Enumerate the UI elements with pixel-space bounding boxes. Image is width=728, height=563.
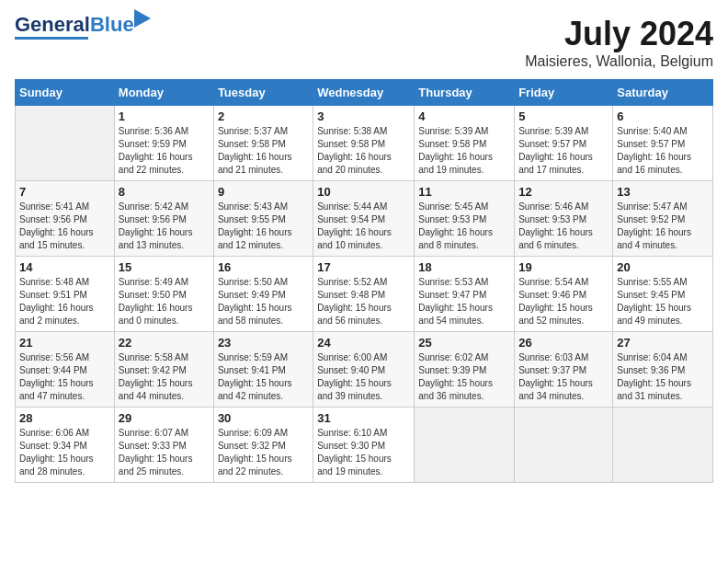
column-header-monday: Monday <box>114 80 213 106</box>
calendar-cell <box>515 408 613 483</box>
title-block: July 2024 Maisieres, Wallonia, Belgium <box>525 15 713 70</box>
day-number: 17 <box>317 260 410 274</box>
calendar-cell: 27Sunrise: 6:04 AM Sunset: 9:36 PM Dayli… <box>613 332 713 408</box>
calendar-cell: 31Sunrise: 6:10 AM Sunset: 9:30 PM Dayli… <box>313 408 415 483</box>
calendar-cell <box>613 408 713 483</box>
day-info: Sunrise: 5:36 AM Sunset: 9:59 PM Dayligh… <box>119 125 210 177</box>
day-number: 10 <box>317 185 410 199</box>
calendar-cell: 21Sunrise: 5:56 AM Sunset: 9:44 PM Dayli… <box>16 332 115 408</box>
calendar-cell: 19Sunrise: 5:54 AM Sunset: 9:46 PM Dayli… <box>515 257 613 332</box>
calendar-cell: 11Sunrise: 5:45 AM Sunset: 9:53 PM Dayli… <box>415 181 515 257</box>
calendar-cell: 23Sunrise: 5:59 AM Sunset: 9:41 PM Dayli… <box>213 332 313 408</box>
day-number: 21 <box>19 336 110 350</box>
calendar-cell: 20Sunrise: 5:55 AM Sunset: 9:45 PM Dayli… <box>613 257 713 332</box>
calendar-cell: 28Sunrise: 6:06 AM Sunset: 9:34 PM Dayli… <box>16 408 115 483</box>
day-info: Sunrise: 5:39 AM Sunset: 9:57 PM Dayligh… <box>518 125 609 177</box>
day-info: Sunrise: 5:55 AM Sunset: 9:45 PM Dayligh… <box>617 276 709 327</box>
day-info: Sunrise: 6:04 AM Sunset: 9:36 PM Dayligh… <box>617 351 709 403</box>
day-number: 30 <box>218 411 309 425</box>
calendar-cell: 24Sunrise: 6:00 AM Sunset: 9:40 PM Dayli… <box>313 332 415 408</box>
calendar-cell: 16Sunrise: 5:50 AM Sunset: 9:49 PM Dayli… <box>213 257 313 332</box>
day-info: Sunrise: 5:47 AM Sunset: 9:52 PM Dayligh… <box>617 201 709 252</box>
calendar-cell: 5Sunrise: 5:39 AM Sunset: 9:57 PM Daylig… <box>515 106 613 181</box>
day-number: 24 <box>317 336 410 350</box>
day-number: 14 <box>19 260 110 274</box>
calendar-cell: 3Sunrise: 5:38 AM Sunset: 9:58 PM Daylig… <box>313 106 415 181</box>
day-info: Sunrise: 5:48 AM Sunset: 9:51 PM Dayligh… <box>19 276 110 327</box>
day-info: Sunrise: 6:00 AM Sunset: 9:40 PM Dayligh… <box>317 351 410 403</box>
day-info: Sunrise: 5:59 AM Sunset: 9:41 PM Dayligh… <box>218 351 309 403</box>
day-info: Sunrise: 6:03 AM Sunset: 9:37 PM Dayligh… <box>518 351 609 403</box>
calendar-cell: 12Sunrise: 5:46 AM Sunset: 9:53 PM Dayli… <box>515 181 613 257</box>
day-number: 5 <box>518 109 609 123</box>
calendar-cell: 18Sunrise: 5:53 AM Sunset: 9:47 PM Dayli… <box>415 257 515 332</box>
day-number: 29 <box>119 411 210 425</box>
calendar-cell: 9Sunrise: 5:43 AM Sunset: 9:55 PM Daylig… <box>213 181 313 257</box>
day-number: 31 <box>317 411 410 425</box>
logo-line <box>15 37 88 40</box>
calendar-cell: 22Sunrise: 5:58 AM Sunset: 9:42 PM Dayli… <box>114 332 213 408</box>
day-number: 15 <box>119 260 210 274</box>
day-number: 23 <box>218 336 309 350</box>
column-header-tuesday: Tuesday <box>213 80 313 106</box>
calendar-cell: 1Sunrise: 5:36 AM Sunset: 9:59 PM Daylig… <box>114 106 213 181</box>
day-info: Sunrise: 5:38 AM Sunset: 9:58 PM Dayligh… <box>317 125 410 177</box>
calendar-title: July 2024 <box>525 15 713 53</box>
day-info: Sunrise: 5:44 AM Sunset: 9:54 PM Dayligh… <box>317 201 410 252</box>
calendar-cell: 13Sunrise: 5:47 AM Sunset: 9:52 PM Dayli… <box>613 181 713 257</box>
calendar-cell: 10Sunrise: 5:44 AM Sunset: 9:54 PM Dayli… <box>313 181 415 257</box>
day-number: 13 <box>617 185 709 199</box>
day-info: Sunrise: 5:54 AM Sunset: 9:46 PM Dayligh… <box>518 276 609 327</box>
day-info: Sunrise: 5:53 AM Sunset: 9:47 PM Dayligh… <box>418 276 510 327</box>
calendar-header-row: SundayMondayTuesdayWednesdayThursdayFrid… <box>16 80 713 106</box>
day-info: Sunrise: 6:07 AM Sunset: 9:33 PM Dayligh… <box>119 427 210 478</box>
calendar-cell: 29Sunrise: 6:07 AM Sunset: 9:33 PM Dayli… <box>114 408 213 483</box>
day-number: 25 <box>418 336 510 350</box>
calendar-week-row: 28Sunrise: 6:06 AM Sunset: 9:34 PM Dayli… <box>16 408 713 483</box>
day-number: 27 <box>617 336 709 350</box>
day-info: Sunrise: 5:42 AM Sunset: 9:56 PM Dayligh… <box>119 201 210 252</box>
day-number: 8 <box>119 185 210 199</box>
logo: GeneralBlue <box>15 15 134 40</box>
column-header-saturday: Saturday <box>613 80 713 106</box>
calendar-cell: 6Sunrise: 5:40 AM Sunset: 9:57 PM Daylig… <box>613 106 713 181</box>
calendar-week-row: 1Sunrise: 5:36 AM Sunset: 9:59 PM Daylig… <box>16 106 713 181</box>
calendar-cell: 8Sunrise: 5:42 AM Sunset: 9:56 PM Daylig… <box>114 181 213 257</box>
calendar-week-row: 14Sunrise: 5:48 AM Sunset: 9:51 PM Dayli… <box>16 257 713 332</box>
day-number: 3 <box>317 109 410 123</box>
calendar-cell: 17Sunrise: 5:52 AM Sunset: 9:48 PM Dayli… <box>313 257 415 332</box>
calendar-cell: 15Sunrise: 5:49 AM Sunset: 9:50 PM Dayli… <box>114 257 213 332</box>
calendar-cell: 25Sunrise: 6:02 AM Sunset: 9:39 PM Dayli… <box>415 332 515 408</box>
day-number: 11 <box>418 185 510 199</box>
day-info: Sunrise: 5:45 AM Sunset: 9:53 PM Dayligh… <box>418 201 510 252</box>
day-info: Sunrise: 5:40 AM Sunset: 9:57 PM Dayligh… <box>617 125 709 177</box>
day-info: Sunrise: 6:02 AM Sunset: 9:39 PM Dayligh… <box>418 351 510 403</box>
calendar-cell: 26Sunrise: 6:03 AM Sunset: 9:37 PM Dayli… <box>515 332 613 408</box>
day-info: Sunrise: 5:43 AM Sunset: 9:55 PM Dayligh… <box>218 201 309 252</box>
day-number: 1 <box>119 109 210 123</box>
day-number: 12 <box>518 185 609 199</box>
calendar-body: 1Sunrise: 5:36 AM Sunset: 9:59 PM Daylig… <box>16 106 713 483</box>
day-info: Sunrise: 5:46 AM Sunset: 9:53 PM Dayligh… <box>518 201 609 252</box>
day-number: 9 <box>218 185 309 199</box>
day-info: Sunrise: 6:09 AM Sunset: 9:32 PM Dayligh… <box>218 427 309 478</box>
day-info: Sunrise: 5:49 AM Sunset: 9:50 PM Dayligh… <box>119 276 210 327</box>
calendar-cell <box>415 408 515 483</box>
calendar-week-row: 7Sunrise: 5:41 AM Sunset: 9:56 PM Daylig… <box>16 181 713 257</box>
day-info: Sunrise: 5:52 AM Sunset: 9:48 PM Dayligh… <box>317 276 410 327</box>
day-number: 7 <box>19 185 110 199</box>
column-header-thursday: Thursday <box>415 80 515 106</box>
calendar-cell <box>16 106 115 181</box>
day-number: 4 <box>418 109 510 123</box>
day-info: Sunrise: 6:06 AM Sunset: 9:34 PM Dayligh… <box>19 427 110 478</box>
day-number: 2 <box>218 109 309 123</box>
page-header: GeneralBlue July 2024 Maisieres, Walloni… <box>15 15 713 70</box>
day-number: 20 <box>617 260 709 274</box>
day-number: 18 <box>418 260 510 274</box>
calendar-subtitle: Maisieres, Wallonia, Belgium <box>525 53 713 70</box>
calendar-cell: 2Sunrise: 5:37 AM Sunset: 9:58 PM Daylig… <box>213 106 313 181</box>
day-number: 16 <box>218 260 309 274</box>
day-info: Sunrise: 5:39 AM Sunset: 9:58 PM Dayligh… <box>418 125 510 177</box>
column-header-wednesday: Wednesday <box>313 80 415 106</box>
calendar-week-row: 21Sunrise: 5:56 AM Sunset: 9:44 PM Dayli… <box>16 332 713 408</box>
